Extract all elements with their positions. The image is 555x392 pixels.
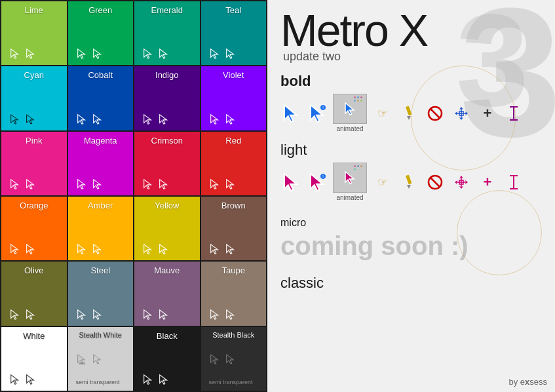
tile-white[interactable]: White	[1, 327, 67, 391]
tile-indigo[interactable]: Indigo	[134, 66, 200, 130]
cursor-normal	[209, 243, 221, 255]
bold-animated-box[interactable]: animated	[333, 94, 367, 132]
tile-brown[interactable]: Brown	[201, 197, 267, 260]
cursor-alt	[25, 309, 37, 321]
tile-cobalt[interactable]: Cobalt	[68, 66, 134, 130]
bold-cursor-move[interactable]	[451, 103, 472, 124]
light-cursor-hand[interactable]: ☞	[372, 172, 393, 193]
light-cursor-badge[interactable]: i	[307, 172, 328, 193]
light-cursor-normal[interactable]	[280, 172, 301, 193]
cursor-alt	[225, 48, 237, 60]
tile-stealth-black-label: Stealth Black	[206, 331, 261, 339]
bold-cursor-normal[interactable]	[280, 103, 301, 124]
bold-cursor-hand[interactable]: ☞	[372, 103, 393, 124]
tile-teal-label: Teal	[206, 5, 261, 15]
cursor-normal	[209, 353, 221, 365]
tile-orange[interactable]: Orange	[1, 197, 67, 260]
tile-lime-label: Lime	[7, 5, 62, 15]
light-cursor-text[interactable]	[503, 172, 524, 193]
tile-stealth-white-label: Stealth White	[73, 331, 128, 339]
tile-yellow[interactable]: Yellow	[134, 197, 200, 260]
cursor-alt	[25, 374, 37, 385]
cursor-normal	[9, 374, 21, 385]
light-animated-box[interactable]: animated	[333, 163, 367, 201]
cursor-alt	[158, 243, 170, 255]
bold-cursor-badge[interactable]: i	[307, 103, 328, 124]
tile-orange-label: Orange	[7, 201, 62, 210]
tile-cyan[interactable]: Cyan	[1, 66, 67, 130]
tile-taupe[interactable]: Taupe	[201, 262, 267, 325]
light-cursor-row: i animated ☞	[280, 163, 542, 201]
cursor-normal	[142, 374, 154, 385]
cursor-normal	[209, 309, 221, 321]
classic-section: classic	[280, 265, 542, 292]
cursor-alt	[225, 353, 237, 365]
svg-line-3	[431, 109, 440, 118]
tile-pink-label: Pink	[7, 136, 62, 146]
tile-olive[interactable]: Olive	[1, 262, 67, 325]
credit-text: by exsess	[508, 377, 547, 387]
light-cursor-move[interactable]	[451, 172, 472, 193]
cursor-normal	[76, 113, 88, 125]
right-panel: Metro X 3 update two bold i	[267, 0, 555, 392]
svg-rect-1	[406, 106, 411, 115]
coming-soon-text: coming soon :)	[280, 231, 542, 260]
light-cursor-no[interactable]	[425, 172, 446, 193]
tile-black[interactable]: Black	[134, 327, 200, 391]
tile-emerald[interactable]: Emerald	[134, 1, 200, 65]
tile-stealth-black[interactable]: Stealth Black semi transparent	[201, 327, 267, 391]
tile-green[interactable]: Green	[68, 1, 134, 65]
cursor-normal	[142, 243, 154, 255]
tile-mauve[interactable]: Mauve	[134, 262, 200, 325]
cursor-alt	[158, 309, 170, 321]
cursor-normal	[142, 309, 154, 321]
cursor-normal	[76, 309, 88, 321]
light-cursor-plus[interactable]: +	[477, 172, 498, 193]
bold-cursor-plus[interactable]: +	[477, 103, 498, 124]
cursor-alt	[225, 113, 237, 125]
svg-text:semi: semi	[79, 362, 85, 365]
tile-green-cursors	[73, 45, 104, 61]
tile-mauve-label: Mauve	[140, 265, 195, 275]
cursor-normal	[9, 243, 21, 255]
cursor-normal	[9, 309, 21, 321]
cursor-alt	[92, 309, 104, 321]
light-animated-label: animated	[336, 194, 363, 201]
tile-emerald-cursors	[140, 45, 170, 61]
tile-stealth-white[interactable]: Stealth White semi semi transparent	[68, 327, 134, 391]
cursor-normal	[209, 113, 221, 125]
tile-amber-label: Amber	[73, 201, 128, 210]
cursor-alt	[25, 113, 37, 125]
tile-yellow-label: Yellow	[140, 201, 195, 210]
tile-crimson[interactable]: Crimson	[134, 132, 200, 195]
update-label: update two	[283, 50, 542, 64]
tile-violet[interactable]: Violet	[201, 66, 267, 130]
cursor-alt	[25, 48, 37, 60]
tile-pink[interactable]: Pink	[1, 132, 67, 195]
tile-lime[interactable]: Lime	[1, 1, 67, 65]
tile-amber[interactable]: Amber	[68, 197, 134, 260]
cursor-alt	[25, 243, 37, 255]
bold-cursor-text[interactable]	[503, 103, 524, 124]
cursor-normal: semi	[76, 353, 88, 365]
bold-cursor-row: i animate	[280, 94, 542, 132]
cursor-normal	[209, 178, 221, 190]
cursor-alt	[158, 113, 170, 125]
cursor-alt	[92, 178, 104, 190]
bold-cursor-no[interactable]	[425, 103, 446, 124]
section-micro-title: micro	[280, 217, 542, 229]
cursor-normal	[76, 48, 88, 60]
bold-cursor-pen[interactable]	[398, 103, 419, 124]
tile-violet-label: Violet	[206, 70, 261, 80]
cursor-normal	[9, 113, 21, 125]
tile-steel[interactable]: Steel	[68, 262, 134, 325]
cursor-alt	[92, 243, 104, 255]
tile-red[interactable]: Red	[201, 132, 267, 195]
light-cursor-pen[interactable]	[398, 172, 419, 193]
tile-steel-label: Steel	[73, 265, 128, 275]
tile-magenta[interactable]: Magenta	[68, 132, 134, 195]
cursor-alt	[225, 178, 237, 190]
svg-rect-10	[406, 174, 411, 184]
tile-teal[interactable]: Teal	[201, 1, 267, 65]
cursor-alt	[225, 243, 237, 255]
